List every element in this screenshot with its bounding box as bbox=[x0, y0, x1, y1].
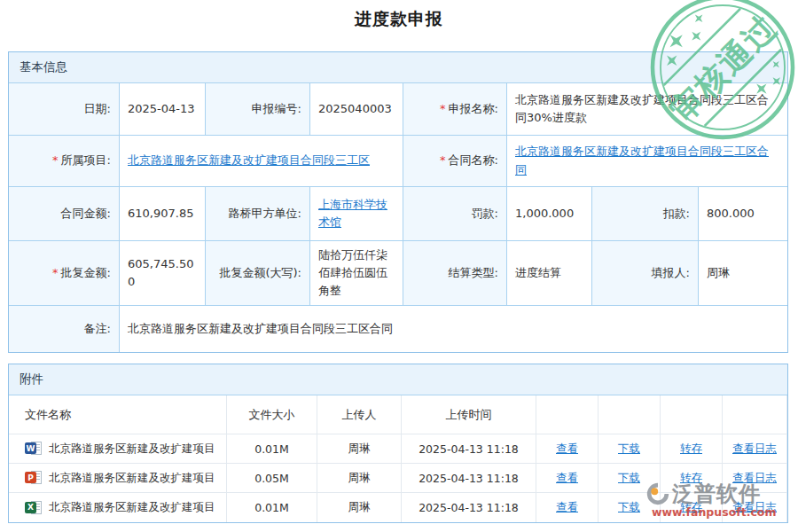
declare-name-label: *申报名称: bbox=[403, 83, 507, 136]
file-upload-time: 2025-04-13 11:18 bbox=[402, 434, 536, 464]
deduction-value: 800.000 bbox=[699, 187, 787, 241]
contract-name-link[interactable]: 北京路道服务区新建及改扩建项目合同段三工区合同 bbox=[515, 143, 779, 178]
view-link[interactable]: 查看 bbox=[556, 442, 578, 457]
excel-file-icon: X bbox=[25, 501, 43, 515]
col-header-uploader: 上传人 bbox=[317, 395, 402, 434]
table-row-file-name: P 北京路道服务区新建及改扩建项目 bbox=[9, 464, 227, 493]
action-cell: 下载 bbox=[598, 464, 661, 493]
file-size: 0.01M bbox=[227, 434, 317, 464]
settlement-type-label: 结算类型: bbox=[403, 241, 507, 306]
deduction-label: 扣款: bbox=[592, 187, 699, 241]
action-cell: 下载 bbox=[598, 434, 661, 464]
view-log-link[interactable]: 查看日志 bbox=[732, 471, 777, 486]
file-name-text: 北京路道服务区新建及改扩建项目 bbox=[49, 442, 215, 457]
file-upload-time: 2025-04-13 11:18 bbox=[402, 493, 536, 522]
view-log-link[interactable]: 查看日志 bbox=[732, 500, 777, 515]
declare-no-value: 2025040003 bbox=[310, 83, 403, 136]
settlement-type-value: 进度结算 bbox=[507, 241, 592, 306]
file-name-text: 北京路道服务区新建及改扩建项目 bbox=[49, 500, 215, 515]
action-cell: 查看 bbox=[536, 464, 598, 493]
approved-amount-caps-value: 陆拾万伍仟柒佰肆拾伍圆伍角整 bbox=[310, 241, 403, 306]
action-cell: 转存 bbox=[661, 493, 723, 522]
attachments-table: 文件名称 文件大小 上传人 上传时间 W 北京路道服务区新建及改扩建项目 0.0… bbox=[9, 395, 787, 522]
required-mark: * bbox=[52, 152, 59, 169]
project-value: 北京路道服务区新建及改扩建项目合同段三工区 bbox=[120, 136, 403, 187]
penalty-value: 1,000.000 bbox=[507, 187, 592, 241]
transfer-link[interactable]: 转存 bbox=[680, 471, 702, 486]
preparer-label: 填报人: bbox=[592, 241, 699, 306]
transfer-link[interactable]: 转存 bbox=[680, 442, 702, 457]
action-cell: 查看 bbox=[536, 493, 598, 522]
date-value: 2025-04-13 bbox=[120, 83, 206, 136]
file-uploader: 周琳 bbox=[317, 464, 402, 493]
file-name-text: 北京路道服务区新建及改扩建项目 bbox=[49, 471, 215, 486]
download-link[interactable]: 下载 bbox=[618, 500, 640, 515]
download-link[interactable]: 下载 bbox=[618, 471, 640, 486]
col-header-empty bbox=[661, 395, 723, 434]
transfer-link[interactable]: 转存 bbox=[680, 500, 702, 515]
contract-name-value: 北京路道服务区新建及改扩建项目合同段三工区合同 bbox=[507, 136, 787, 187]
view-log-link[interactable]: 查看日志 bbox=[732, 442, 777, 457]
col-header-file-name: 文件名称 bbox=[9, 395, 227, 434]
basic-info-grid: 日期: 2025-04-13 申报编号: 2025040003 *申报名称: 北… bbox=[9, 83, 787, 352]
file-uploader: 周琳 bbox=[317, 434, 402, 464]
contract-amount-value: 610,907.85 bbox=[120, 187, 206, 241]
approved-amount-caps-label: 批复金额(大写): bbox=[206, 241, 310, 306]
view-link[interactable]: 查看 bbox=[556, 471, 578, 486]
remark-value: 北京路道服务区新建及改扩建项目合同段三工区合同 bbox=[120, 306, 787, 352]
file-size: 0.01M bbox=[227, 493, 317, 522]
word-file-icon: W bbox=[25, 442, 43, 456]
action-cell: 查看日志 bbox=[723, 464, 787, 493]
contract-name-label: *合同名称: bbox=[403, 136, 507, 187]
party-a-unit-value: 上海市科学技术馆 bbox=[310, 187, 403, 241]
project-label: *所属项目: bbox=[9, 136, 120, 187]
file-uploader: 周琳 bbox=[317, 493, 402, 522]
party-a-unit-label: 路桥甲方单位: bbox=[206, 187, 310, 241]
page-title: 进度款申报 bbox=[0, 8, 798, 31]
remark-label: 备注: bbox=[9, 306, 120, 352]
required-mark: * bbox=[440, 100, 446, 118]
attachments-panel: 附件 文件名称 文件大小 上传人 上传时间 W 北京路道服务区新建及改扩建项目 … bbox=[8, 364, 788, 523]
table-row-file-name: W 北京路道服务区新建及改扩建项目 bbox=[9, 434, 227, 464]
file-size: 0.05M bbox=[227, 464, 317, 493]
action-cell: 查看日志 bbox=[723, 434, 787, 464]
attachments-section-title: 附件 bbox=[9, 364, 787, 395]
col-header-upload-time: 上传时间 bbox=[402, 395, 536, 434]
action-cell: 转存 bbox=[661, 434, 723, 464]
file-upload-time: 2025-04-13 11:18 bbox=[402, 464, 536, 493]
basic-info-section-title: 基本信息 bbox=[9, 52, 787, 83]
basic-info-panel: 基本信息 日期: 2025-04-13 申报编号: 2025040003 *申报… bbox=[8, 51, 788, 353]
party-a-unit-link[interactable]: 上海市科学技术馆 bbox=[318, 196, 395, 231]
penalty-label: 罚款: bbox=[403, 187, 507, 241]
required-mark: * bbox=[52, 264, 59, 282]
stamp-star bbox=[664, 28, 689, 53]
action-cell: 转存 bbox=[661, 464, 723, 493]
declare-no-label: 申报编号: bbox=[206, 83, 310, 136]
action-cell: 查看 bbox=[536, 434, 598, 464]
table-row-file-name: X 北京路道服务区新建及改扩建项目 bbox=[9, 493, 227, 522]
date-label: 日期: bbox=[9, 83, 120, 136]
col-header-empty bbox=[536, 395, 598, 434]
action-cell: 下载 bbox=[598, 493, 661, 522]
view-link[interactable]: 查看 bbox=[556, 500, 578, 515]
download-link[interactable]: 下载 bbox=[618, 442, 640, 457]
declare-name-value: 北京路道服务区新建及改扩建项目合同段三工区合同30%进度款 bbox=[507, 83, 787, 136]
approved-amount-label: *批复金额: bbox=[9, 241, 120, 306]
col-header-file-size: 文件大小 bbox=[227, 395, 317, 434]
col-header-empty bbox=[598, 395, 661, 434]
required-mark: * bbox=[440, 152, 446, 169]
project-link[interactable]: 北京路道服务区新建及改扩建项目合同段三工区 bbox=[128, 152, 370, 169]
action-cell: 查看日志 bbox=[723, 493, 787, 522]
powerpoint-file-icon: P bbox=[25, 471, 43, 485]
preparer-value: 周琳 bbox=[699, 241, 787, 306]
approved-amount-value: 605,745.500 bbox=[120, 241, 206, 306]
contract-amount-label: 合同金额: bbox=[9, 187, 120, 241]
col-header-empty bbox=[723, 395, 787, 434]
